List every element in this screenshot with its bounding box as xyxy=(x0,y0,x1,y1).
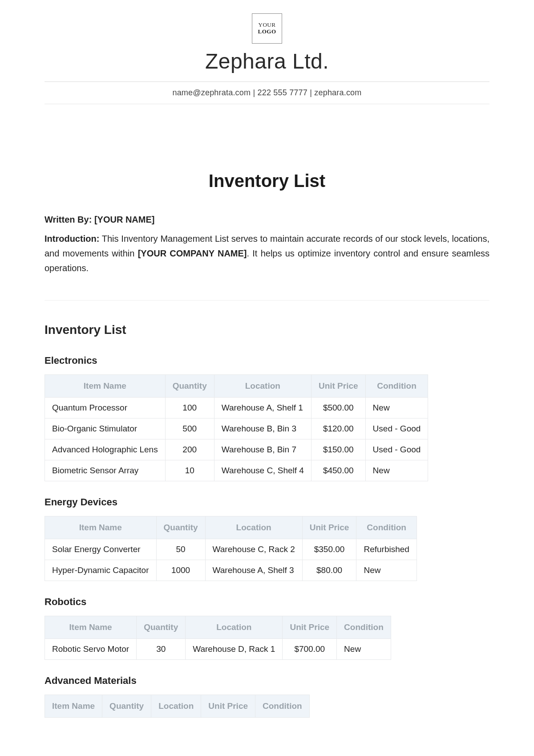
table-header-row: Item NameQuantityLocationUnit PriceCondi… xyxy=(45,616,391,639)
category-heading: Energy Devices xyxy=(44,496,490,508)
cell-price: $700.00 xyxy=(283,639,337,660)
col-header-qty: Quantity xyxy=(156,516,205,539)
categories-container: ElectronicsItem NameQuantityLocationUnit… xyxy=(44,355,490,718)
cell-loc: Warehouse C, Shelf 4 xyxy=(214,460,311,481)
cell-item: Bio-Organic Stimulator xyxy=(45,419,166,439)
col-header-qty: Quantity xyxy=(137,616,186,639)
col-header-loc: Location xyxy=(205,516,302,539)
cell-price: $450.00 xyxy=(311,460,365,481)
col-header-cond: Condition xyxy=(365,375,428,398)
divider xyxy=(44,104,490,104)
cell-item: Advanced Holographic Lens xyxy=(45,439,166,460)
cell-item: Robotic Servo Motor xyxy=(45,639,137,660)
table-header-row: Item NameQuantityLocationUnit PriceCondi… xyxy=(45,516,417,539)
inventory-table: Item NameQuantityLocationUnit PriceCondi… xyxy=(44,374,428,481)
cell-item: Solar Energy Converter xyxy=(45,539,157,560)
col-header-loc: Location xyxy=(151,695,201,718)
cell-price: $350.00 xyxy=(302,539,356,560)
col-header-item: Item Name xyxy=(45,695,102,718)
table-row: Solar Energy Converter50Warehouse C, Rac… xyxy=(45,539,417,560)
cell-qty: 50 xyxy=(156,539,205,560)
col-header-item: Item Name xyxy=(45,516,157,539)
table-header-row: Item NameQuantityLocationUnit PriceCondi… xyxy=(45,375,428,398)
col-header-loc: Location xyxy=(214,375,311,398)
inventory-table: Item NameQuantityLocationUnit PriceCondi… xyxy=(44,516,417,581)
table-row: Robotic Servo Motor30Warehouse D, Rack 1… xyxy=(45,639,391,660)
col-header-cond: Condition xyxy=(337,616,391,639)
cell-cond: Used - Good xyxy=(365,439,428,460)
logo-placeholder: YOUR LOGO xyxy=(252,13,282,44)
cell-loc: Warehouse A, Shelf 3 xyxy=(205,560,302,581)
col-header-price: Unit Price xyxy=(311,375,365,398)
intro-company-token: [YOUR COMPANY NAME] xyxy=(138,248,247,258)
cell-loc: Warehouse B, Bin 7 xyxy=(214,439,311,460)
intro-label: Introduction: xyxy=(44,234,99,244)
cell-cond: New xyxy=(365,398,428,419)
category-heading: Advanced Materials xyxy=(44,675,490,687)
divider xyxy=(44,81,490,82)
introduction-paragraph: Introduction: This Inventory Management … xyxy=(44,232,490,276)
col-header-qty: Quantity xyxy=(102,695,151,718)
col-header-qty: Quantity xyxy=(165,375,214,398)
cell-loc: Warehouse C, Rack 2 xyxy=(205,539,302,560)
company-name: Zephara Ltd. xyxy=(44,49,490,73)
cell-price: $120.00 xyxy=(311,419,365,439)
cell-item: Biometric Sensor Array xyxy=(45,460,166,481)
cell-qty: 30 xyxy=(137,639,186,660)
written-by-line: Written By: [YOUR NAME] xyxy=(44,212,490,227)
col-header-item: Item Name xyxy=(45,375,166,398)
cell-loc: Warehouse D, Rack 1 xyxy=(186,639,283,660)
table-row: Advanced Holographic Lens200Warehouse B,… xyxy=(45,439,428,460)
logo-line2: LOGO xyxy=(258,28,276,35)
inventory-table: Item NameQuantityLocationUnit PriceCondi… xyxy=(44,616,391,660)
col-header-item: Item Name xyxy=(45,616,137,639)
cell-price: $500.00 xyxy=(311,398,365,419)
cell-price: $80.00 xyxy=(302,560,356,581)
table-row: Hyper-Dynamic Capacitor1000Warehouse A, … xyxy=(45,560,417,581)
col-header-price: Unit Price xyxy=(201,695,255,718)
logo-line1: YOUR xyxy=(259,21,276,28)
cell-loc: Warehouse A, Shelf 1 xyxy=(214,398,311,419)
section-heading: Inventory List xyxy=(44,323,490,337)
cell-qty: 100 xyxy=(165,398,214,419)
cell-qty: 1000 xyxy=(156,560,205,581)
cell-qty: 10 xyxy=(165,460,214,481)
cell-cond: New xyxy=(365,460,428,481)
contact-line: name@zephrata.com | 222 555 7777 | zepha… xyxy=(44,88,490,98)
table-row: Quantum Processor100Warehouse A, Shelf 1… xyxy=(45,398,428,419)
col-header-price: Unit Price xyxy=(283,616,337,639)
written-by-value: [YOUR NAME] xyxy=(94,215,155,224)
document-title: Inventory List xyxy=(44,171,490,191)
cell-qty: 500 xyxy=(165,419,214,439)
table-row: Bio-Organic Stimulator500Warehouse B, Bi… xyxy=(45,419,428,439)
col-header-cond: Condition xyxy=(255,695,310,718)
cell-cond: Used - Good xyxy=(365,419,428,439)
document-page: YOUR LOGO Zephara Ltd. name@zephrata.com… xyxy=(0,0,534,749)
col-header-price: Unit Price xyxy=(302,516,356,539)
cell-item: Quantum Processor xyxy=(45,398,166,419)
cell-cond: New xyxy=(337,639,391,660)
cell-cond: New xyxy=(356,560,417,581)
category-heading: Robotics xyxy=(44,596,490,608)
document-meta: Written By: [YOUR NAME] Introduction: Th… xyxy=(44,212,490,276)
col-header-loc: Location xyxy=(186,616,283,639)
category-heading: Electronics xyxy=(44,355,490,366)
cell-qty: 200 xyxy=(165,439,214,460)
cell-cond: Refurbished xyxy=(356,539,417,560)
table-row: Biometric Sensor Array10Warehouse C, She… xyxy=(45,460,428,481)
inventory-table: Item NameQuantityLocationUnit PriceCondi… xyxy=(44,695,310,718)
cell-item: Hyper-Dynamic Capacitor xyxy=(45,560,157,581)
table-header-row: Item NameQuantityLocationUnit PriceCondi… xyxy=(45,695,310,718)
divider xyxy=(44,300,490,301)
cell-loc: Warehouse B, Bin 3 xyxy=(214,419,311,439)
col-header-cond: Condition xyxy=(356,516,417,539)
written-by-label: Written By: xyxy=(44,215,92,224)
cell-price: $150.00 xyxy=(311,439,365,460)
